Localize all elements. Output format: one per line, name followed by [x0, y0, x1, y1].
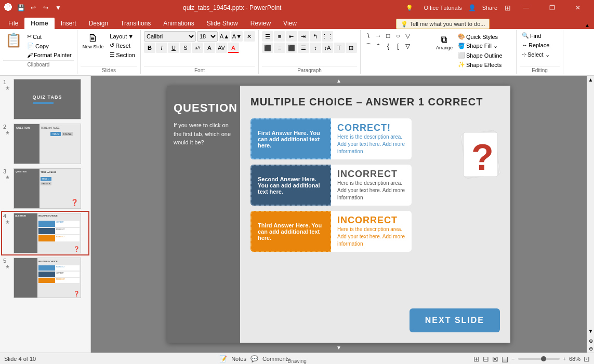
zoom-slider[interactable]	[518, 358, 560, 360]
underline-button[interactable]: U	[168, 43, 179, 53]
align-right-button[interactable]: ⬛	[286, 43, 297, 53]
numbering-button[interactable]: ≡	[274, 31, 285, 42]
shape-rect-icon[interactable]: □	[384, 31, 393, 41]
reset-button[interactable]: ↺ Reset	[108, 41, 137, 50]
right-scrollbar[interactable]: ▲ ▼ ⊕ ⊖	[587, 76, 594, 353]
slide-thumb-1[interactable]: 1 ★ QUIZ TABS	[2, 78, 88, 120]
copy-button[interactable]: 📄 Copy	[25, 42, 74, 50]
window-icon[interactable]: ⊞	[504, 4, 512, 12]
scrollbar-up-icon[interactable]: ▲	[587, 76, 594, 84]
shape-more2-icon[interactable]: ▽	[403, 42, 413, 51]
slide-thumb-3[interactable]: 3 ★ QUESTION TRUE or FALSE TRUE ✓ FALSE …	[2, 167, 88, 210]
scroll-up-icon[interactable]: ▲	[336, 78, 341, 84]
undo-icon[interactable]: ↩	[29, 4, 37, 12]
shadow-button[interactable]: A	[204, 43, 215, 53]
strikethrough-button[interactable]: S	[180, 43, 191, 53]
align-text-button[interactable]: ⊤	[334, 43, 345, 53]
tab-home[interactable]: Home	[24, 18, 54, 29]
rtl-button[interactable]: ↰	[310, 31, 321, 42]
font-name-select[interactable]: Calibri	[144, 31, 196, 42]
section-button[interactable]: ☰ Section	[108, 50, 137, 59]
new-slide-button[interactable]: 🗎 New Slide	[81, 31, 106, 50]
customize-quick-access-icon[interactable]: ▼	[54, 4, 62, 12]
spacing-button[interactable]: AV	[216, 43, 227, 53]
increase-font-button[interactable]: A▲	[219, 31, 230, 42]
help-button[interactable]: 💡	[402, 4, 417, 12]
justify-button[interactable]: ☰	[298, 43, 309, 53]
shape-fill-button[interactable]: 🪣 Shape Fill ⌄	[456, 42, 513, 50]
ribbon-collapse-button[interactable]: ▲	[583, 21, 592, 29]
paragraph-group: ☰ ≡ ⇤ ⇥ ↰ ⋮⋮ ⬛ ≡ ⬛ ☰ ↕ ↕A ⊤ ⊞ Paragraph	[259, 30, 361, 74]
share-icon: 👤	[468, 4, 476, 11]
italic-button[interactable]: I	[156, 43, 167, 53]
slides-group: 🗎 New Slide Layout ▼ ↺ Reset ☰ Section S…	[77, 30, 141, 74]
shape-arrow-icon[interactable]: →	[374, 31, 383, 41]
arrange-button[interactable]: ⧉ Arrange	[433, 32, 456, 52]
layout-button[interactable]: Layout ▼	[108, 32, 137, 41]
cut-icon: ✂	[27, 33, 32, 40]
restore-button[interactable]: ❐	[540, 0, 564, 16]
expand-icon[interactable]: ⊕	[588, 337, 594, 345]
answer-row-1[interactable]: First Answer Here. You can add additiona…	[250, 118, 412, 159]
shape-brace-icon[interactable]: {	[384, 42, 393, 51]
clipboard-group: 📋 ✂ Cut 📄 Copy 🖌 Format Painter Clipboar…	[0, 30, 77, 74]
shape-more-icon[interactable]: ▽	[403, 31, 413, 41]
quick-styles-button[interactable]: 🎨 Quick Styles	[456, 32, 513, 41]
paste-button[interactable]: 📋	[3, 31, 24, 49]
next-slide-button[interactable]: NEXT SLIDE	[410, 308, 500, 332]
shape-effects-button[interactable]: ✨ Shape Effects	[456, 60, 513, 69]
tab-review[interactable]: Review	[244, 18, 277, 29]
office-tutorials-button[interactable]: Office Tutorials	[419, 4, 466, 12]
indent-decrease-button[interactable]: ⇤	[286, 31, 297, 42]
share-button[interactable]: Share	[478, 4, 501, 12]
select-button[interactable]: ⊹ Select ⌄	[520, 50, 552, 59]
tab-transitions[interactable]: Transitions	[114, 18, 157, 29]
find-button[interactable]: 🔍 Find	[520, 31, 552, 40]
shape-curve-icon[interactable]: ⌒	[364, 42, 373, 51]
tab-animations[interactable]: Animations	[157, 18, 200, 29]
bullets-button[interactable]: ☰	[262, 31, 273, 42]
bold-button[interactable]: B	[144, 43, 155, 53]
collapse-icon[interactable]: ⊖	[588, 345, 594, 353]
slide-thumbnail-3: QUESTION TRUE or FALSE TRUE ✓ FALSE ✗ ❓	[14, 168, 81, 209]
scroll-down-icon[interactable]: ▼	[336, 345, 341, 350]
tab-insert[interactable]: Insert	[55, 18, 83, 29]
shape-freeform-icon[interactable]: ⌃	[374, 42, 383, 51]
format-painter-button[interactable]: 🖌 Format Painter	[25, 51, 74, 59]
minimize-button[interactable]: —	[514, 0, 538, 16]
smartart-button[interactable]: ⊞	[346, 43, 357, 53]
tab-view[interactable]: View	[277, 18, 303, 29]
columns-button[interactable]: ⋮⋮	[322, 31, 333, 42]
shape-outline-button[interactable]: ⬜ Shape Outline	[456, 51, 513, 60]
shape-bracket-icon[interactable]: [	[393, 42, 403, 51]
slide-thumb-5[interactable]: 5 ★ MULTIPLE CHOICE INCORRECT CORRECT! I…	[2, 257, 88, 299]
slide-thumb-4[interactable]: 4 ★ QUESTION MULTIPLE CHOICE CORRECT!	[2, 212, 88, 254]
close-button[interactable]: ✕	[566, 0, 590, 16]
decrease-font-button[interactable]: A▼	[231, 31, 243, 42]
font-color-button[interactable]: A	[228, 43, 239, 53]
cut-button[interactable]: ✂ Cut	[25, 32, 74, 41]
tab-file[interactable]: File	[2, 18, 24, 29]
indent-increase-button[interactable]: ⇥	[298, 31, 309, 42]
align-center-button[interactable]: ≡	[274, 43, 285, 53]
replace-button[interactable]: ↔ Replace	[520, 41, 552, 49]
font-size-select[interactable]: 18	[197, 31, 218, 42]
small-caps-button[interactable]: aA	[192, 43, 203, 53]
tab-design[interactable]: Design	[83, 18, 114, 29]
shape-line-icon[interactable]: \	[364, 31, 373, 41]
text-direction-button[interactable]: ↕A	[322, 43, 333, 53]
line-spacing-button[interactable]: ↕	[310, 43, 321, 53]
tab-slideshow[interactable]: Slide Show	[201, 18, 244, 29]
clear-format-button[interactable]: ✕	[244, 31, 255, 42]
new-slide-icon: 🗎	[88, 32, 98, 44]
tell-me-label: Tell me what you want to do...	[410, 21, 485, 27]
tell-me-button[interactable]: 💡 Tell me what you want to do...	[396, 19, 490, 29]
scrollbar-down-icon[interactable]: ▼	[587, 327, 594, 335]
slide-thumb-2[interactable]: 2 ★ QUESTION TRUE or FALSE TRUE FALSE	[2, 123, 88, 165]
save-icon[interactable]: 💾	[17, 4, 25, 12]
shape-oval-icon[interactable]: ○	[393, 31, 403, 41]
answer-row-3[interactable]: Third Answer Here. You can add additiona…	[250, 211, 412, 252]
answer-row-2[interactable]: Second Answer Here. You can add addition…	[250, 165, 412, 206]
align-left-button[interactable]: ⬛	[262, 43, 273, 53]
redo-icon[interactable]: ↪	[42, 4, 50, 12]
